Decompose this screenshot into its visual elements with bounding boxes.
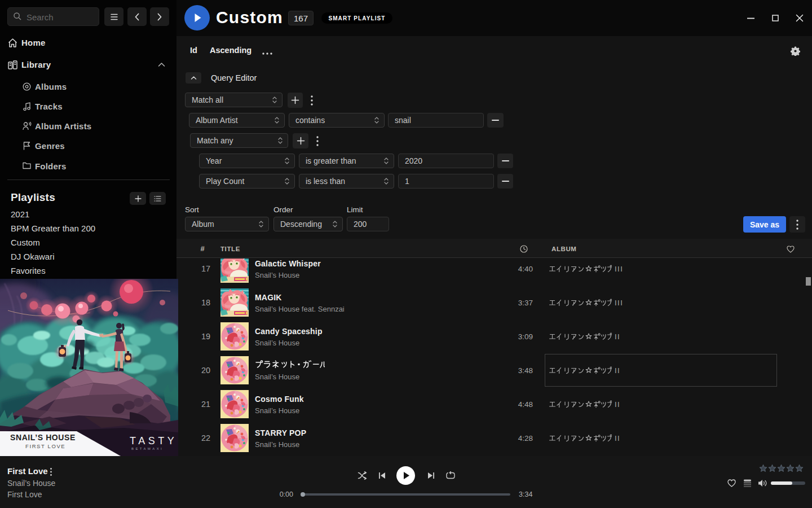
svg-text:FIRST LOVE: FIRST LOVE: [25, 443, 65, 449]
svg-text:BETAMAXI: BETAMAXI: [131, 447, 164, 450]
svg-text:TASTY: TASTY: [130, 435, 177, 446]
svg-text:SNAIL’S HOUSE: SNAIL’S HOUSE: [10, 433, 76, 442]
